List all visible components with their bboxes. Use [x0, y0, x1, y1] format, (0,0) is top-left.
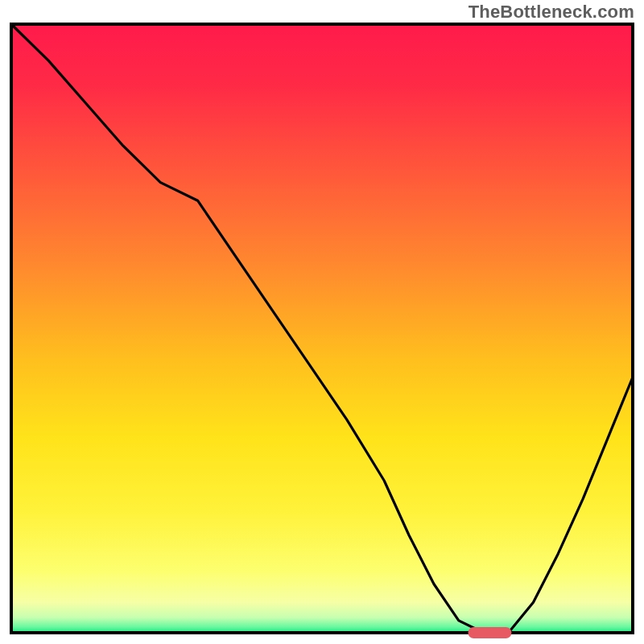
bottleneck-chart: [0, 0, 644, 644]
gradient-fill: [11, 24, 633, 633]
chart-stage: TheBottleneck.com: [0, 0, 644, 644]
plot-area: [11, 24, 633, 638]
watermark-text: TheBottleneck.com: [469, 2, 634, 23]
optimal-marker: [468, 627, 511, 638]
